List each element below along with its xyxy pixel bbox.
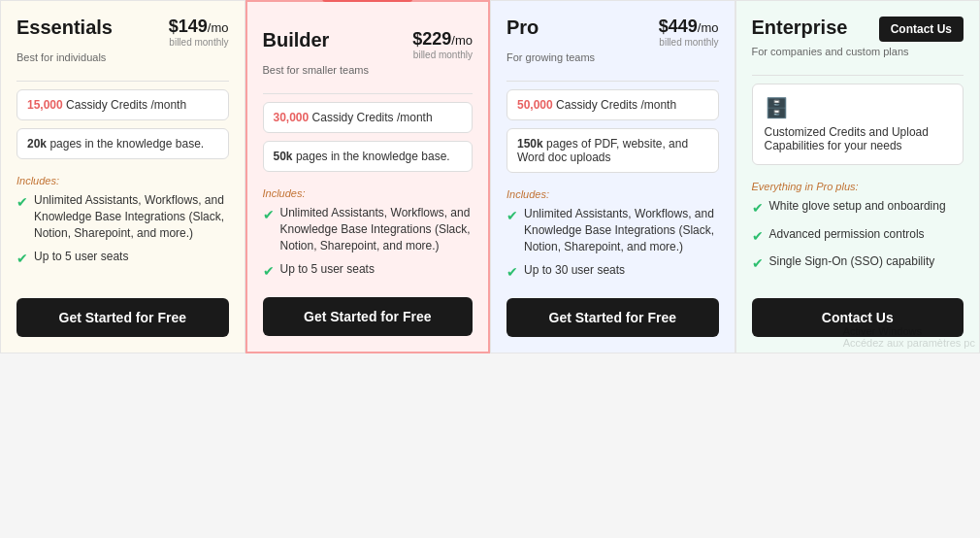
everything-label: Everything in Pro plus:: [752, 181, 964, 192]
list-item: ✔ Up to 30 user seats: [506, 262, 719, 283]
pages-box-pro: 150k pages of PDF, website, and Word doc…: [506, 128, 719, 173]
feature-list-builder: ✔ Unlimited Assistants, Workflows, and K…: [263, 205, 474, 289]
list-item: ✔ Unlimited Assistants, Workflows, and K…: [16, 192, 229, 241]
price-pro: $449/mo: [659, 17, 719, 37]
list-item: ✔ Up to 5 user seats: [263, 261, 474, 282]
check-icon: ✔: [16, 193, 28, 213]
check-icon: ✔: [263, 206, 275, 225]
plan-essentials: Essentials $149/mo billed monthly Best f…: [0, 0, 245, 353]
list-item: ✔ Advanced permission controls: [752, 226, 964, 247]
get-started-button-builder[interactable]: Get Started for Free: [263, 297, 474, 336]
pricing-grid: Essentials $149/mo billed monthly Best f…: [0, 0, 980, 353]
subtitle-pro: For growing teams: [506, 51, 719, 63]
plan-pro: Pro $449/mo billed monthly For growing t…: [490, 0, 735, 353]
list-item: ✔ Unlimited Assistants, Workflows, and K…: [506, 206, 719, 254]
most-popular-badge: Most Popular: [322, 0, 413, 2]
custom-credits-label: Customized Credits and Upload Capabiliti…: [765, 125, 952, 152]
credits-box-pro: 50,000 Cassidy Credits /month: [506, 89, 719, 120]
billed-builder: billed monthly: [412, 50, 473, 60]
includes-label-pro: Includes:: [506, 188, 719, 200]
subtitle-essentials: Best for individuals: [16, 51, 229, 63]
credits-box-essentials: 15,000 Cassidy Credits /month: [16, 89, 229, 120]
billed-essentials: billed monthly: [169, 37, 229, 48]
plan-name-builder: Builder: [263, 29, 330, 51]
check-icon: ✔: [16, 250, 28, 269]
includes-label-essentials: Includes:: [16, 175, 229, 186]
plan-name-essentials: Essentials: [16, 17, 113, 39]
plan-builder: Most Popular Builder $229/mo billed mont…: [245, 0, 491, 353]
plan-name-pro: Pro: [506, 17, 539, 39]
get-started-button-essentials[interactable]: Get Started for Free: [16, 298, 229, 337]
subtitle-enterprise: For companies and custom plans: [752, 46, 964, 57]
price-block-pro: $449/mo billed monthly: [659, 17, 719, 48]
subtitle-builder: Best for smaller teams: [263, 64, 474, 76]
custom-credits-box: 🗄️ Customized Credits and Upload Capabil…: [752, 84, 964, 165]
feature-list-pro: ✔ Unlimited Assistants, Workflows, and K…: [506, 206, 719, 290]
get-started-button-pro[interactable]: Get Started for Free: [506, 298, 719, 337]
includes-label-builder: Includes:: [263, 187, 474, 199]
pages-box-essentials: 20k pages in the knowledge base.: [16, 128, 229, 159]
billed-pro: billed monthly: [659, 37, 719, 48]
list-item: ✔ White glove setup and onboarding: [752, 198, 964, 219]
check-icon: ✔: [752, 199, 764, 219]
price-builder: $229/mo: [412, 29, 473, 50]
watermark: Activer WindowsAccédez aux paramètres pc: [839, 321, 979, 353]
price-essentials: $149/mo: [169, 17, 229, 37]
credits-box-builder: 30,000 Cassidy Credits /month: [263, 102, 474, 133]
list-item: ✔ Up to 5 user seats: [16, 249, 229, 269]
contact-us-header-button[interactable]: Contact Us: [879, 17, 964, 42]
list-item: ✔ Single Sign-On (SSO) capability: [752, 253, 964, 274]
pages-box-builder: 50k pages in the knowledge base.: [263, 141, 474, 172]
check-icon: ✔: [506, 207, 518, 226]
feature-list-enterprise: ✔ White glove setup and onboarding ✔ Adv…: [752, 198, 964, 282]
plan-enterprise: Enterprise Contact Us For companies and …: [735, 0, 981, 353]
check-icon: ✔: [263, 262, 275, 282]
plan-name-enterprise: Enterprise: [752, 17, 848, 39]
price-block-essentials: $149/mo billed monthly: [169, 17, 229, 48]
price-block-builder: $229/mo billed monthly: [412, 29, 473, 60]
list-item: ✔ Unlimited Assistants, Workflows, and K…: [263, 205, 474, 253]
check-icon: ✔: [506, 263, 518, 283]
check-icon: ✔: [752, 254, 764, 274]
check-icon: ✔: [752, 227, 764, 247]
feature-list-essentials: ✔ Unlimited Assistants, Workflows, and K…: [16, 192, 229, 277]
database-icon: 🗄️: [765, 96, 952, 119]
